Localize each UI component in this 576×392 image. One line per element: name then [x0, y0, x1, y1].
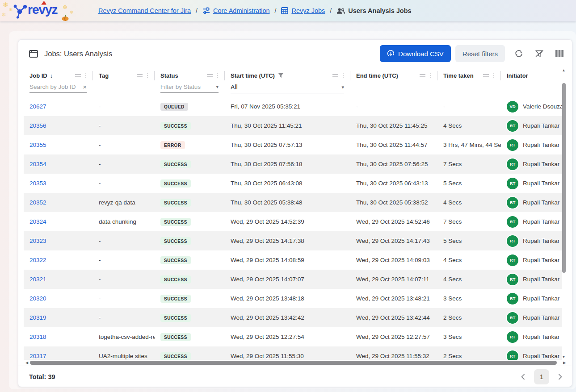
- column-header-initiator[interactable]: Initiator: [501, 67, 562, 83]
- previous-page-button[interactable]: [519, 372, 527, 382]
- scroll-right-icon[interactable]: ▶: [561, 361, 568, 365]
- time-taken-cell: 7 Secs: [437, 154, 501, 174]
- download-csv-button[interactable]: Download CSV: [380, 45, 451, 62]
- job-id-link[interactable]: 20318: [29, 334, 46, 340]
- column-header-end-time[interactable]: End time (UTC): [350, 67, 437, 83]
- time-taken-cell: 4 Secs: [437, 250, 501, 270]
- column-drag-icon[interactable]: [483, 74, 489, 77]
- initiator-name: Rupali Tankar: [523, 257, 559, 263]
- column-drag-icon[interactable]: [75, 74, 81, 77]
- refresh-icon: [514, 49, 524, 58]
- end-time-cell: Wed, 29 Oct 2025 13:48:21: [350, 289, 437, 308]
- end-time-cell: -: [350, 97, 437, 116]
- column-drag-icon[interactable]: [332, 74, 338, 77]
- job-id-cell: 20321: [24, 270, 93, 289]
- job-id-link[interactable]: 20356: [29, 122, 46, 129]
- column-drag-icon[interactable]: [420, 74, 425, 77]
- scroll-up-icon[interactable]: ▲: [561, 68, 567, 72]
- pagination: 1: [519, 369, 564, 384]
- job-id-link[interactable]: 20321: [29, 276, 46, 283]
- time-taken-cell: 4 Secs: [437, 270, 501, 289]
- column-menu-icon[interactable]: [429, 72, 432, 79]
- status-badge: SUCCESS: [160, 352, 191, 360]
- column-label: End time (UTC): [356, 72, 398, 79]
- start-time-filter-select[interactable]: All ▾: [231, 83, 344, 93]
- initiator-avatar: RT: [507, 293, 518, 304]
- columns-button[interactable]: [553, 48, 566, 59]
- table-icon: [281, 7, 288, 14]
- end-time-cell: Thu, 30 Oct 2025 11:44:57: [350, 135, 437, 154]
- vertical-scrollbar-thumb[interactable]: [562, 83, 566, 273]
- vertical-scrollbar[interactable]: ▲ ▼: [561, 67, 567, 360]
- column-header-start-time[interactable]: Start time (UTC): [225, 67, 350, 83]
- job-id-link[interactable]: 20627: [29, 103, 46, 110]
- initiator-cell: RTRupali Tankar: [501, 135, 562, 154]
- job-id-link[interactable]: 20352: [29, 199, 46, 206]
- status-cell: SUCCESS: [155, 154, 225, 174]
- job-id-cell: 20320: [24, 289, 93, 308]
- scroll-left-icon[interactable]: ◀: [24, 361, 30, 365]
- horizontal-scrollbar-track[interactable]: [30, 361, 561, 365]
- end-time-cell: Thu, 30 Oct 2025 05:38:52: [350, 193, 437, 212]
- initiator-name: Rupali Tankar: [523, 314, 559, 321]
- column-menu-icon[interactable]: [493, 72, 495, 79]
- job-id-link[interactable]: 20354: [29, 161, 46, 167]
- scroll-down-icon[interactable]: ▼: [561, 355, 567, 359]
- column-menu-icon[interactable]: [217, 72, 219, 79]
- horizontal-scrollbar[interactable]: ◀ ▶: [24, 360, 568, 366]
- tag-cell: -: [93, 270, 155, 289]
- job-id-link[interactable]: 20323: [29, 238, 46, 244]
- column-drag-icon[interactable]: [207, 74, 213, 77]
- clear-filter-button[interactable]: [533, 47, 546, 60]
- chevron-down-icon: ▾: [341, 84, 344, 90]
- reset-filters-button[interactable]: Reset filters: [455, 45, 505, 62]
- job-id-link[interactable]: 20355: [29, 142, 46, 148]
- column-label: Job ID: [29, 72, 47, 79]
- card-footer: Total: 39 1: [18, 366, 572, 387]
- job-id-link[interactable]: 20317: [29, 353, 46, 359]
- column-drag-icon[interactable]: [137, 74, 143, 77]
- column-menu-icon[interactable]: [85, 72, 87, 79]
- column-menu-icon[interactable]: [342, 72, 345, 79]
- refresh-button[interactable]: [512, 47, 526, 60]
- job-id-link[interactable]: 20320: [29, 295, 46, 302]
- clear-search-icon[interactable]: ×: [83, 83, 87, 90]
- column-menu-icon[interactable]: [147, 72, 149, 79]
- job-id-search-input[interactable]: Search by Job ID ×: [29, 83, 87, 93]
- status-filter-select[interactable]: Filter by Status ▾: [160, 83, 219, 93]
- page-number-button[interactable]: 1: [534, 369, 549, 384]
- initiator-avatar: RT: [507, 178, 518, 189]
- breadcrumb-core-administration-link[interactable]: Core Administration: [202, 7, 270, 15]
- start-time-cell: Wed, 29 Oct 2025 14:17:38: [225, 231, 350, 250]
- start-time-cell: Wed, 29 Oct 2025 14:07:07: [225, 270, 350, 289]
- column-header-job-id[interactable]: Job ID ↓: [24, 67, 93, 83]
- end-time-filter-cell: [350, 83, 437, 97]
- job-id-link[interactable]: 20319: [29, 314, 46, 321]
- table-row: 20354-SUCCESSThu, 30 Oct 2025 07:56:18Th…: [24, 154, 562, 174]
- job-id-link[interactable]: 20322: [29, 257, 46, 263]
- initiator-cell: RTRupali Tankar: [501, 270, 562, 289]
- initiator-name: Rupali Tankar: [523, 238, 559, 244]
- end-time-cell: Wed, 29 Oct 2025 14:09:03: [350, 250, 437, 270]
- select-value: All: [231, 83, 238, 91]
- initiator-avatar: VD: [507, 101, 518, 113]
- start-time-cell: Wed, 29 Oct 2025 14:52:39: [225, 212, 350, 231]
- status-cell: ERROR: [155, 135, 225, 154]
- job-id-link[interactable]: 20353: [29, 180, 46, 187]
- breadcrumb-command-center-link[interactable]: Revyz Command Center for Jira: [98, 7, 191, 14]
- column-header-time-taken[interactable]: Time taken: [437, 67, 501, 83]
- start-time-cell: Thu, 30 Oct 2025 06:43:08: [225, 174, 350, 193]
- status-cell: QUEUED: [155, 97, 225, 116]
- tag-cell: -: [93, 97, 155, 116]
- next-page-button[interactable]: [556, 372, 564, 382]
- column-header-tag[interactable]: Tag: [93, 67, 155, 83]
- tag-cell: UA2-multiple sites: [93, 346, 155, 360]
- column-header-status[interactable]: Status: [155, 67, 225, 83]
- initiator-name: Rupali Tankar: [523, 142, 559, 148]
- table-row: 20320-SUCCESSWed, 29 Oct 2025 13:48:18We…: [24, 289, 562, 308]
- job-id-link[interactable]: 20324: [29, 218, 46, 225]
- job-id-cell: 20324: [24, 212, 93, 231]
- horizontal-scrollbar-thumb[interactable]: [30, 361, 557, 365]
- breadcrumb-revyz-jobs-link[interactable]: Revyz Jobs: [281, 7, 325, 14]
- total-count: Total: 39: [29, 373, 55, 380]
